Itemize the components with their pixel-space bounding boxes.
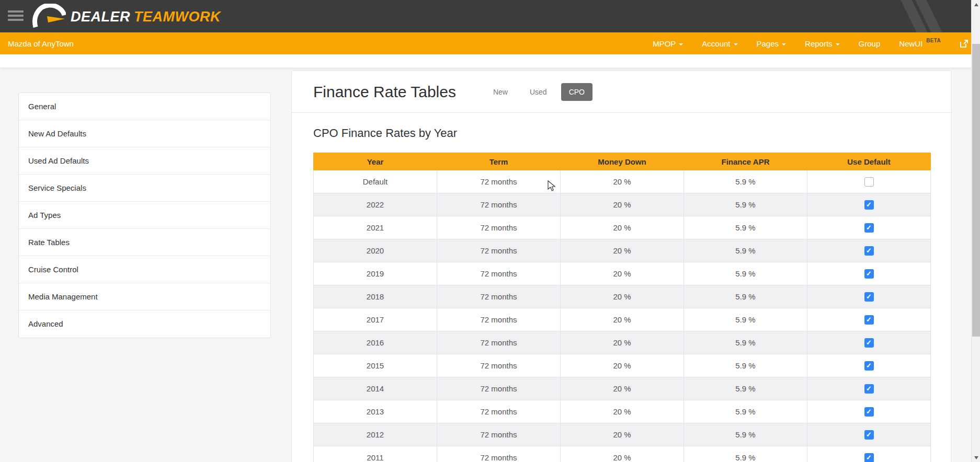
column-header-money-down: Money Down	[561, 153, 684, 170]
cell-use-default	[807, 170, 931, 193]
use-default-checkbox[interactable]	[864, 453, 874, 462]
scrollbar-thumb[interactable]	[972, 44, 980, 337]
sidebar-item-service-specials[interactable]: Service Specials	[19, 175, 270, 202]
cell-term: 72 months	[437, 216, 561, 239]
nav-item-group[interactable]: Group	[859, 39, 881, 48]
cell-year: 2015	[314, 354, 437, 377]
cell-year: 2017	[314, 308, 437, 331]
sidebar-item-general[interactable]: General	[19, 93, 270, 120]
cell-money-down: 20 %	[561, 193, 684, 216]
chevron-down-icon	[836, 43, 840, 45]
page-title: Finance Rate Tables	[313, 83, 456, 101]
cell-term: 72 months	[437, 285, 561, 308]
cell-term: 72 months	[437, 354, 561, 377]
cell-term: 72 months	[437, 239, 561, 262]
nav-item-mpop[interactable]: MPOP	[653, 39, 683, 48]
cell-term: 72 months	[437, 193, 561, 216]
brand-word-teamwork: TEAMWORK	[134, 9, 221, 25]
cell-money-down: 20 %	[561, 262, 684, 285]
cell-money-down: 20 %	[561, 354, 684, 377]
nav-item-label: Pages	[757, 39, 779, 48]
chevron-down-icon	[782, 43, 786, 45]
cell-use-default	[807, 193, 931, 216]
hamburger-menu-icon[interactable]	[8, 10, 24, 21]
table-row: 201972 months20 %5.9 %	[314, 262, 931, 285]
sidebar-item-media-management[interactable]: Media Management	[19, 283, 270, 310]
vertical-scrollbar[interactable]	[971, 0, 980, 462]
cell-money-down: 20 %	[561, 446, 684, 462]
cell-use-default	[807, 308, 931, 331]
cell-term: 72 months	[437, 377, 561, 400]
app-header: DEALERTEAMWORK	[0, 0, 980, 32]
cell-year: 2014	[314, 377, 437, 400]
cell-year: 2012	[314, 423, 437, 446]
column-header-use-default: Use Default	[807, 153, 931, 170]
tab-cpo[interactable]: CPO	[561, 83, 592, 101]
sidebar-item-new-ad-defaults[interactable]: New Ad Defaults	[19, 120, 270, 147]
table-row: 202172 months20 %5.9 %	[314, 216, 931, 239]
sidebar-item-ad-types[interactable]: Ad Types	[19, 202, 270, 229]
external-link-icon[interactable]	[960, 39, 968, 48]
sidebar-item-rate-tables[interactable]: Rate Tables	[19, 229, 270, 256]
nav-item-account[interactable]: Account	[702, 39, 737, 48]
use-default-checkbox[interactable]	[864, 384, 874, 394]
nav-item-newui[interactable]: NewUIBETA	[899, 39, 941, 48]
cell-term: 72 months	[437, 308, 561, 331]
nav-item-label: Account	[702, 39, 730, 48]
scroll-up-button[interactable]	[972, 0, 980, 9]
nav-item-pages[interactable]: Pages	[757, 39, 787, 48]
use-default-checkbox[interactable]	[864, 177, 874, 187]
sidebar-item-cruise-control[interactable]: Cruise Control	[19, 256, 270, 283]
use-default-checkbox[interactable]	[864, 430, 874, 440]
dealer-name: Mazda of AnyTown	[8, 39, 74, 48]
cell-finance-apr: 5.9 %	[684, 423, 807, 446]
cell-money-down: 20 %	[561, 423, 684, 446]
cell-money-down: 20 %	[561, 170, 684, 193]
cell-use-default	[807, 331, 931, 354]
cell-use-default	[807, 216, 931, 239]
cell-term: 72 months	[437, 423, 561, 446]
cell-finance-apr: 5.9 %	[684, 400, 807, 423]
use-default-checkbox[interactable]	[864, 246, 874, 256]
nav-item-reports[interactable]: Reports	[805, 39, 840, 48]
tab-new[interactable]: New	[485, 83, 516, 101]
cell-finance-apr: 5.9 %	[684, 377, 807, 400]
scroll-down-button[interactable]	[972, 453, 980, 462]
sidebar-item-used-ad-defaults[interactable]: Used Ad Defaults	[19, 147, 270, 175]
cell-term: 72 months	[437, 331, 561, 354]
cell-finance-apr: 5.9 %	[684, 446, 807, 462]
column-header-term: Term	[437, 153, 561, 170]
cell-use-default	[807, 377, 931, 400]
tab-used[interactable]: Used	[522, 83, 555, 101]
cell-money-down: 20 %	[561, 308, 684, 331]
table-row: 202272 months20 %5.9 %	[314, 193, 931, 216]
cell-year: 2018	[314, 285, 437, 308]
nav-item-label: Reports	[805, 39, 833, 48]
cell-finance-apr: 5.9 %	[684, 193, 807, 216]
use-default-checkbox[interactable]	[864, 361, 874, 371]
sidebar-item-advanced[interactable]: Advanced	[19, 310, 270, 338]
table-row: 201872 months20 %5.9 %	[314, 285, 931, 308]
dealer-teamwork-logo[interactable]: DEALERTEAMWORK	[31, 4, 221, 30]
table-header-row: YearTermMoney DownFinance APRUse Default	[314, 153, 931, 170]
cell-finance-apr: 5.9 %	[684, 262, 807, 285]
use-default-checkbox[interactable]	[864, 200, 874, 210]
cell-year: 2022	[314, 193, 437, 216]
cell-finance-apr: 5.9 %	[684, 354, 807, 377]
cell-use-default	[807, 239, 931, 262]
cell-year: 2016	[314, 331, 437, 354]
card-body: CPO Finance Rates by Year YearTermMoney …	[292, 113, 951, 462]
cell-finance-apr: 5.9 %	[684, 308, 807, 331]
use-default-checkbox[interactable]	[864, 338, 874, 348]
use-default-checkbox[interactable]	[864, 223, 874, 233]
column-header-year: Year	[314, 153, 437, 170]
use-default-checkbox[interactable]	[864, 292, 874, 302]
cell-year: 2021	[314, 216, 437, 239]
chevron-down-icon	[679, 43, 683, 45]
table-row: 201672 months20 %5.9 %	[314, 331, 931, 354]
finance-rate-tables-card: Finance Rate Tables NewUsedCPO CPO Finan…	[291, 71, 952, 462]
use-default-checkbox[interactable]	[864, 315, 874, 325]
dealer-navbar: Mazda of AnyTown MPOPAccountPagesReports…	[0, 32, 980, 54]
use-default-checkbox[interactable]	[864, 269, 874, 279]
use-default-checkbox[interactable]	[864, 407, 874, 417]
